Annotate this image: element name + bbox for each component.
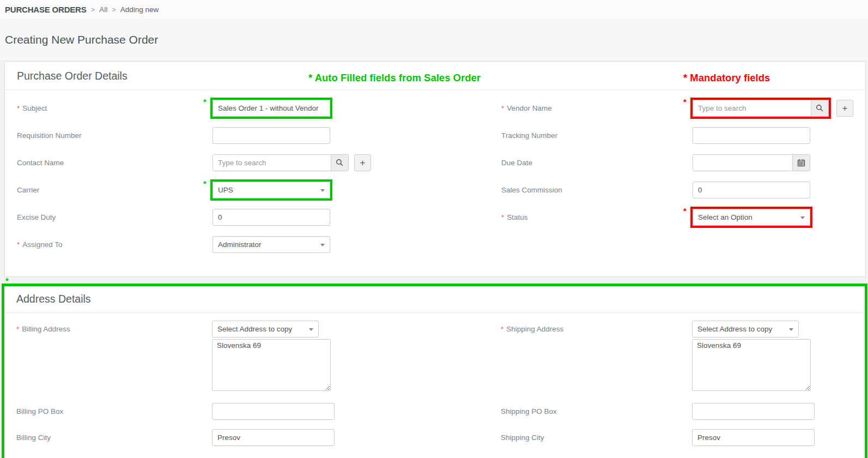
contact-search-group (213, 154, 349, 171)
sales-commission-input[interactable] (693, 182, 810, 198)
auto-filled-annotation: * Auto Filled fields from Sales Order (308, 72, 481, 84)
caret-down-icon (789, 328, 793, 331)
billing-po-box-label: Billing PO Box (16, 403, 212, 420)
billing-copy-address-select[interactable]: Select Address to copy (212, 321, 319, 338)
purchase-order-fields: *Subject * Requisition Number Contact Na… (5, 90, 865, 276)
shipping-copy-address-select[interactable]: Select Address to copy (692, 321, 799, 338)
billing-address-textarea[interactable]: Slovenska 69 (212, 339, 331, 391)
excise-duty-input[interactable] (213, 209, 330, 226)
breadcrumb-chevron-icon: > (112, 5, 116, 14)
field-row-due-date: Due Date (501, 154, 865, 182)
caret-down-icon (800, 216, 805, 219)
vendor-name-label: *Vendor Name (501, 100, 693, 117)
field-row-tracking-number: Tracking Number (501, 127, 865, 154)
page-header: Creating New Purchase Order (0, 20, 868, 60)
auto-filled-asterisk: * (203, 97, 207, 106)
field-row-subject: *Subject * (17, 100, 435, 127)
calendar-icon (797, 159, 805, 167)
vendor-name-input[interactable] (693, 100, 811, 116)
required-asterisk: * (501, 104, 504, 112)
shipping-address-textarea[interactable]: Slovenska 69 (692, 339, 811, 391)
fields-column-right: *Vendor Name * + (435, 100, 865, 263)
mandatory-asterisk: * (683, 97, 687, 106)
tracking-number-label: Tracking Number (501, 127, 693, 144)
field-row-billing-po-box: Billing PO Box (16, 403, 434, 429)
breadcrumb-module[interactable]: PURCHASE ORDERS (5, 5, 87, 14)
section-title-address-details: Address Details (4, 286, 865, 313)
mandatory-annotation: * Mandatory fields (683, 72, 770, 84)
shipping-city-label: Shipping City (501, 429, 692, 446)
billing-po-box-input[interactable] (212, 403, 335, 420)
form-area: * Auto Filled fields from Sales Order * … (0, 60, 868, 458)
field-row-carrier: Carrier * UPS (17, 182, 435, 209)
address-details-section: * Address Details *Billing Address Selec… (2, 284, 867, 458)
shipping-column: *Shipping Address Select Address to copy… (434, 321, 865, 456)
shipping-address-label: *Shipping Address (501, 321, 692, 338)
excise-duty-label: Excise Duty (17, 209, 213, 226)
carrier-label: Carrier (17, 182, 213, 198)
auto-filled-highlight-box: * (210, 98, 332, 119)
add-vendor-button[interactable]: + (836, 100, 853, 117)
breadcrumb-item-current: Adding new (120, 5, 159, 14)
auto-filled-asterisk: * (203, 179, 207, 188)
field-row-billing-address: *Billing Address Select Address to copy … (16, 321, 434, 403)
shipping-address-controls: Select Address to copy Slovenska 69 (692, 321, 811, 391)
add-contact-button[interactable]: + (354, 154, 371, 171)
caret-down-icon (309, 328, 313, 331)
required-asterisk: * (17, 104, 20, 112)
field-row-status: *Status * Select an Option (501, 209, 865, 236)
shipping-po-box-input[interactable] (692, 403, 815, 420)
purchase-order-create-page: PURCHASE ORDERS > All > Adding new Creat… (0, 0, 868, 458)
breadcrumb-item-all[interactable]: All (99, 5, 107, 14)
billing-address-label: *Billing Address (16, 321, 212, 338)
billing-city-label: Billing City (16, 429, 212, 446)
vendor-search-button[interactable] (811, 100, 828, 116)
contact-name-input[interactable] (213, 155, 331, 171)
auto-filled-highlight-box: * UPS (210, 179, 332, 201)
field-row-shipping-address: *Shipping Address Select Address to copy… (501, 321, 865, 403)
field-row-shipping-city: Shipping City (501, 429, 865, 456)
caret-down-icon (320, 244, 325, 246)
field-row-billing-city: Billing City (16, 429, 434, 456)
assigned-to-select[interactable]: Administrator (213, 236, 330, 253)
field-row-contact-name: Contact Name + (17, 154, 435, 182)
carrier-select[interactable]: UPS (213, 182, 330, 198)
due-date-calendar-button[interactable] (792, 155, 810, 171)
purchase-order-details-section: * Auto Filled fields from Sales Order * … (4, 61, 866, 277)
address-fields: *Billing Address Select Address to copy … (4, 313, 865, 458)
required-asterisk: * (16, 325, 19, 333)
shipping-city-input[interactable] (692, 429, 815, 446)
vendor-search-group (693, 100, 829, 117)
fields-column-left: *Subject * Requisition Number Contact Na… (5, 100, 435, 263)
field-row-excise-duty: Excise Duty (17, 209, 435, 236)
due-date-group (693, 154, 810, 171)
shipping-po-box-label: Shipping PO Box (501, 403, 692, 420)
search-icon (816, 104, 824, 112)
status-label: *Status (501, 209, 693, 226)
mandatory-highlight-box: * (690, 98, 831, 119)
field-row-vendor-name: *Vendor Name * + (501, 100, 865, 127)
required-asterisk: * (501, 213, 504, 221)
due-date-input[interactable] (693, 155, 792, 171)
requisition-number-label: Requisition Number (17, 127, 213, 144)
required-asterisk: * (17, 240, 20, 249)
mandatory-asterisk: * (683, 206, 687, 215)
subject-label: *Subject (17, 100, 213, 117)
field-row-assigned-to: *Assigned To Administrator (17, 236, 435, 263)
status-select[interactable]: Select an Option (693, 209, 810, 226)
field-row-sales-commission: Sales Commission (501, 182, 865, 209)
subject-input[interactable] (213, 100, 330, 117)
auto-filled-asterisk: * (5, 276, 9, 285)
requisition-number-input[interactable] (213, 127, 330, 144)
contact-name-label: Contact Name (17, 154, 213, 171)
billing-city-input[interactable] (212, 429, 335, 446)
breadcrumb-chevron-icon: > (91, 5, 95, 14)
sales-commission-label: Sales Commission (501, 182, 693, 198)
caret-down-icon (320, 189, 325, 192)
breadcrumb: PURCHASE ORDERS > All > Adding new (0, 0, 868, 20)
search-icon (336, 159, 344, 167)
required-asterisk: * (501, 325, 503, 333)
billing-column: *Billing Address Select Address to copy … (4, 321, 434, 456)
tracking-number-input[interactable] (693, 127, 810, 144)
contact-search-button[interactable] (331, 155, 348, 171)
